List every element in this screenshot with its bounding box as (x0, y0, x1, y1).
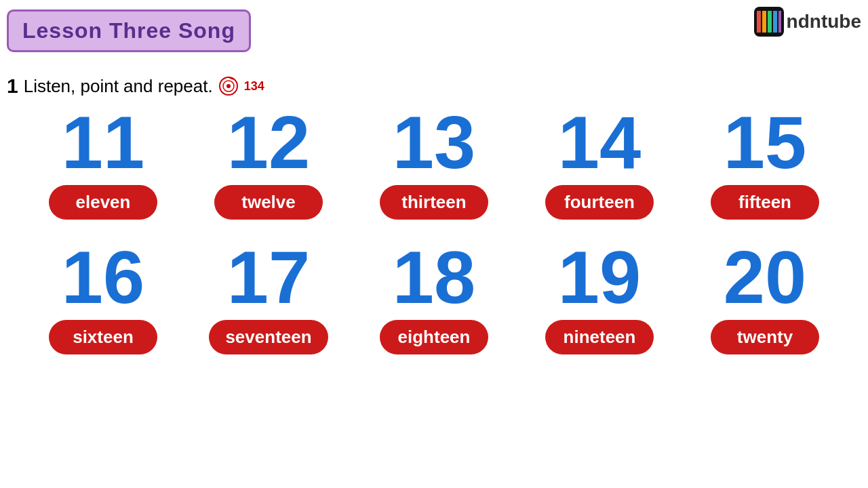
big-number: 12 (227, 105, 310, 180)
audio-icon[interactable] (218, 76, 239, 96)
big-number: 13 (393, 105, 475, 180)
svg-point-8 (226, 84, 231, 88)
logo: ndntube (753, 5, 861, 38)
number-item: 19 nineteen (532, 240, 667, 354)
number-item: 15 fifteen (697, 105, 833, 220)
number-item: 17 seventeen (201, 240, 336, 354)
instruction-number: 1 (7, 75, 18, 98)
svg-rect-5 (778, 11, 781, 33)
big-number: 18 (393, 240, 475, 314)
big-number: 19 (558, 240, 641, 314)
instruction-bar: 1 Listen, point and repeat. 134 (7, 75, 264, 98)
word-label[interactable]: seventeen (209, 320, 328, 354)
number-item: 12 twelve (201, 105, 336, 220)
title-box: Lesson Three Song (7, 9, 251, 52)
numbers-row-2: 16 sixteen 17 seventeen 18 eighteen 19 n… (20, 240, 848, 354)
word-label[interactable]: fourteen (545, 185, 654, 220)
big-number: 16 (62, 240, 144, 314)
svg-rect-2 (762, 11, 766, 33)
lesson-title: Lesson Three Song (22, 18, 235, 43)
big-number: 14 (558, 105, 641, 180)
svg-rect-3 (768, 11, 772, 33)
word-label[interactable]: thirteen (380, 185, 488, 220)
track-number: 134 (244, 79, 264, 94)
svg-rect-4 (773, 11, 777, 33)
number-item: 16 sixteen (35, 240, 171, 354)
numbers-grid: 11 eleven 12 twelve 13 thirteen 14 fourt… (20, 105, 848, 354)
big-number: 20 (724, 240, 806, 314)
logo-text: ndntube (787, 11, 861, 33)
number-item: 11 eleven (35, 105, 171, 220)
word-label[interactable]: twenty (711, 320, 819, 354)
svg-rect-1 (757, 11, 761, 33)
big-number: 15 (724, 105, 806, 180)
word-label[interactable]: eleven (49, 185, 157, 220)
number-item: 13 thirteen (366, 105, 502, 220)
word-label[interactable]: fifteen (711, 185, 819, 220)
word-label[interactable]: nineteen (545, 320, 654, 354)
number-item: 14 fourteen (532, 105, 667, 220)
word-label[interactable]: twelve (214, 185, 323, 220)
number-item: 20 twenty (697, 240, 833, 354)
big-number: 11 (62, 105, 144, 180)
instruction-text: Listen, point and repeat. (24, 76, 213, 97)
numbers-row-1: 11 eleven 12 twelve 13 thirteen 14 fourt… (20, 105, 848, 220)
word-label[interactable]: eighteen (380, 320, 488, 354)
number-item: 18 eighteen (366, 240, 502, 354)
word-label[interactable]: sixteen (49, 320, 157, 354)
logo-icon (753, 5, 785, 38)
big-number: 17 (227, 240, 310, 314)
